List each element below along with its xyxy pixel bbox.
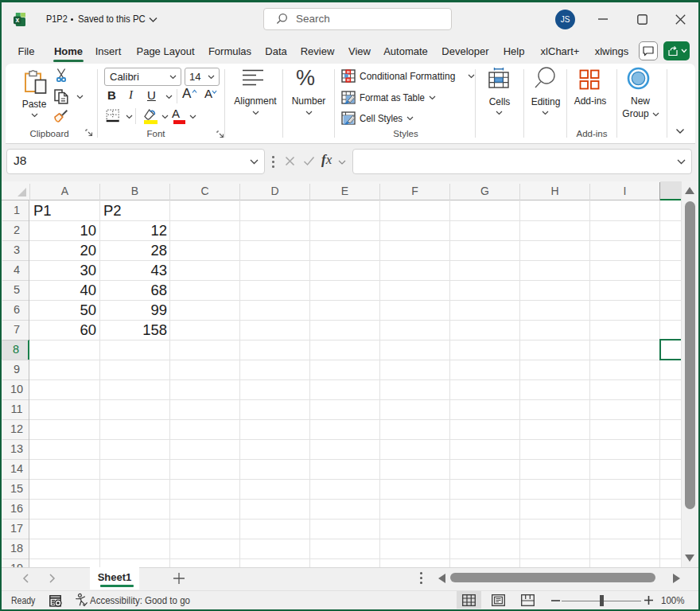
svg-text:x: x — [15, 16, 19, 24]
